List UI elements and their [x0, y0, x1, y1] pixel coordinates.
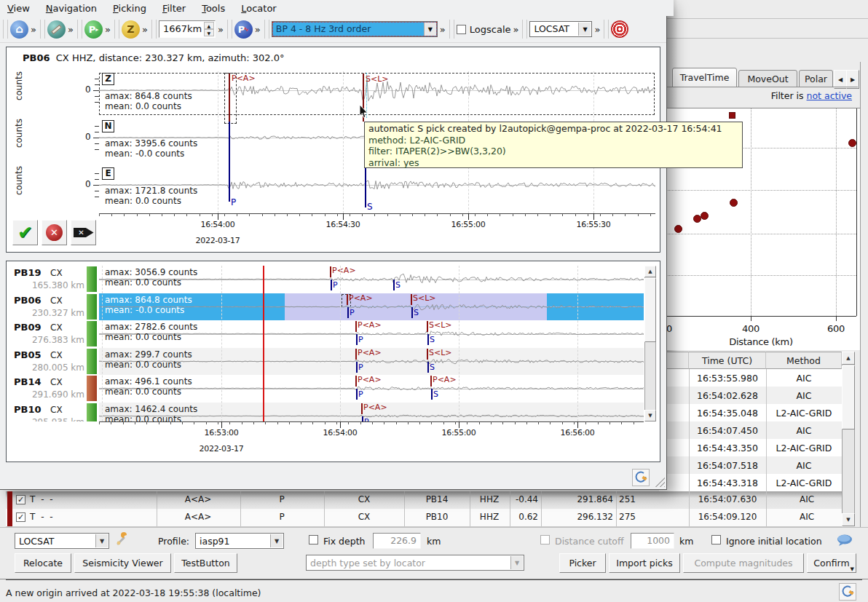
toolbar-handle[interactable] [151, 20, 157, 39]
menu-locator[interactable]: Locator [241, 3, 276, 14]
spin-up-icon[interactable]: ▲ [204, 22, 214, 29]
toolbar-handle[interactable] [114, 20, 119, 39]
data-point[interactable] [848, 139, 856, 147]
menu-picking[interactable]: Picking [113, 3, 146, 14]
arrival-table-row[interactable]: ✓T - -A<A>PCXPB14HHZ-0.44291.86425116:54… [6, 491, 842, 510]
p-pick-line[interactable] [229, 74, 230, 122]
station-list-panel[interactable]: PB19CX165.380 kmamax: 3056.9 countsmean:… [6, 261, 660, 462]
depth-input[interactable]: 226.9 [373, 533, 421, 549]
pick-line[interactable] [427, 349, 428, 360]
data-point[interactable] [674, 225, 682, 233]
remove-offset-button[interactable]: ✕ [71, 220, 96, 245]
picker-button[interactable]: Picker [559, 553, 606, 573]
toolbar-extension-icon[interactable]: » [103, 24, 111, 35]
arrival-used-checkbox[interactable]: ✓ [16, 512, 25, 522]
toolbar-extension-icon[interactable]: » [216, 24, 224, 35]
scroll-down-icon[interactable]: ▼ [842, 513, 855, 526]
arrival-line[interactable] [356, 362, 358, 373]
comment-icon[interactable] [836, 534, 853, 549]
toolbar-handle[interactable] [449, 20, 454, 39]
profile-select[interactable]: iasp91▼ [195, 533, 284, 549]
toolbar-extension-icon[interactable]: » [28, 24, 37, 35]
confirm-button[interactable]: Confirm▼ [807, 553, 856, 573]
cutoff-input[interactable]: 1000 [631, 533, 674, 549]
pick-table-row[interactable]: 16:54:43.318L2-AIC-GRID [659, 474, 842, 492]
scroll-down-icon[interactable]: ▼ [644, 410, 656, 421]
pick-line[interactable] [355, 376, 357, 387]
resize-grip[interactable] [654, 476, 665, 487]
toolbar-handle[interactable] [77, 20, 82, 39]
toolbar-extension-icon[interactable]: » [438, 24, 446, 35]
map-ruler-icon[interactable] [47, 20, 66, 39]
pick-line[interactable] [355, 321, 357, 332]
pick-table-row[interactable]: 16:54:02.628AIC [659, 387, 842, 405]
ignore-initial-location-checkbox[interactable] [711, 535, 721, 544]
menu-filter[interactable]: Filter [162, 3, 186, 14]
depth-type-select[interactable]: depth type set by locator▼ [306, 555, 524, 571]
station-row-pb06[interactable]: PB06CX230.327 kmamax: 864.8 countsmean: … [7, 293, 660, 321]
toolbar-handle[interactable] [3, 20, 8, 39]
station-row-pb05[interactable]: PB05CX280.005 kmamax: 299.7 countsmean: … [7, 348, 660, 376]
target-icon[interactable] [611, 20, 628, 38]
connection-icon[interactable] [839, 583, 856, 601]
toolbar-extension-icon[interactable]: » [592, 24, 601, 35]
pick-table-header-method[interactable]: Method [766, 352, 842, 369]
station-row-pb10[interactable]: PB10CX295.935 kmamax: 1462.4 countsmean:… [7, 403, 660, 422]
toolbar-handle[interactable] [522, 20, 527, 39]
import-picks-button[interactable]: Import picks [609, 553, 680, 573]
testbutton-button[interactable]: TestButton [174, 553, 237, 573]
arrival-line[interactable] [427, 362, 429, 373]
relocate-button[interactable]: Relocate [15, 553, 71, 573]
toolbar-handle[interactable] [604, 20, 609, 39]
toolbar-extension-icon[interactable]: » [66, 24, 74, 35]
pick-line[interactable] [361, 403, 363, 414]
toolbar-handle[interactable] [227, 20, 232, 39]
distance-cutoff-checkbox[interactable] [540, 535, 550, 544]
station-row-pb14[interactable]: PB14CX291.690 kmamax: 496.1 countsmean: … [7, 375, 660, 403]
toolbar-extension-icon[interactable]: » [140, 24, 149, 35]
arrival-line[interactable] [356, 389, 358, 400]
locator-settings-icon[interactable] [115, 532, 130, 547]
toolbar-locator-select[interactable]: LOCSAT ▼ [529, 21, 592, 37]
tab-traveltime[interactable]: TravelTime [672, 68, 737, 87]
arrival-line[interactable] [411, 307, 413, 318]
arrival-line[interactable] [356, 334, 358, 345]
pick-line[interactable] [427, 321, 428, 332]
reject-pick-button[interactable]: ✕ [42, 220, 67, 245]
data-point[interactable] [730, 199, 738, 207]
arrival-line[interactable] [362, 416, 363, 422]
pick-table-header-time[interactable]: Time (UTC) [689, 352, 766, 369]
pick-table-row[interactable]: 16:54:07.450AIC [659, 421, 842, 440]
menu-navigation[interactable]: Navigation [46, 3, 97, 14]
arrival-line[interactable] [427, 334, 429, 345]
seismicity-viewer-button[interactable]: Seismicity Viewer [74, 553, 171, 573]
pick-line[interactable] [347, 294, 348, 305]
arrival-table-row[interactable]: ✓T - -A<A>PCXPB10HHZ0.62296.13227516:54:… [6, 509, 842, 527]
p-arrival-line[interactable] [229, 122, 230, 202]
tab-moveout[interactable]: MoveOut [738, 70, 797, 87]
toolbar-extension-icon[interactable]: » [511, 24, 520, 35]
pick-table-scroll-thumb[interactable] [842, 365, 855, 429]
station-scroll-thumb[interactable] [644, 278, 656, 342]
connection-icon[interactable] [632, 469, 650, 486]
arrival-line[interactable] [331, 280, 332, 290]
toolbar-handle[interactable] [264, 20, 269, 39]
pick-table-row[interactable]: 16:54:43.350L2-AIC-GRID [659, 439, 842, 457]
zoom-z-icon[interactable]: Z [122, 20, 140, 39]
pick-line[interactable] [330, 266, 331, 277]
amplitude-p-icon[interactable]: P∿ [234, 20, 253, 39]
station-row-pb09[interactable]: PB09CX276.383 kmamax: 2782.6 countsmean:… [7, 320, 660, 348]
spin-down-icon[interactable]: ▼ [204, 29, 214, 36]
compute-magnitudes-button[interactable]: Compute magnitudes [683, 553, 804, 573]
data-point[interactable] [693, 215, 701, 223]
filter-link[interactable]: not active [807, 90, 852, 101]
scroll-up-icon[interactable]: ▲ [644, 266, 656, 277]
distance-spinbox[interactable]: 1667km ▲ ▼ [159, 20, 216, 38]
pick-line[interactable] [430, 376, 432, 387]
pick-p-icon[interactable]: P▸ [84, 20, 103, 39]
locator-select[interactable]: LOCSAT▼ [15, 533, 109, 549]
logscale-checkbox[interactable] [457, 25, 466, 34]
pick-table-row[interactable]: 16:53:55.980AIC [659, 369, 842, 387]
data-point[interactable] [701, 212, 709, 220]
data-point[interactable] [729, 112, 735, 119]
